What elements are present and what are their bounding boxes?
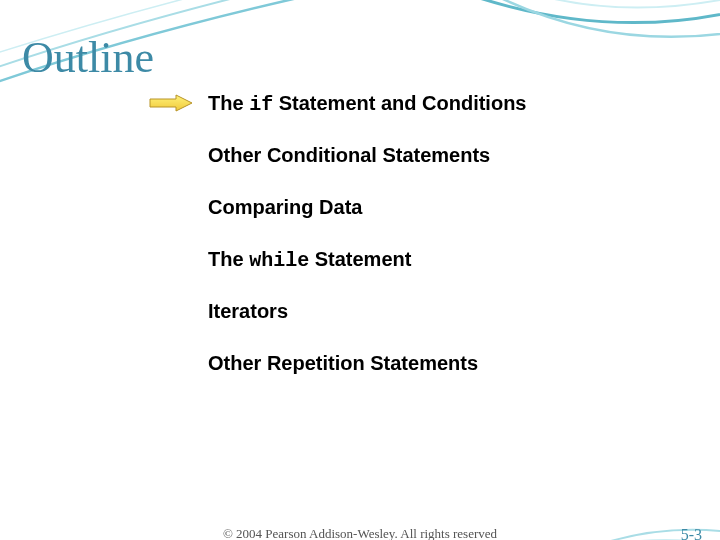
item-text-pre: Other Conditional Statements bbox=[208, 144, 490, 166]
outline-item: Other Repetition Statements bbox=[208, 350, 668, 378]
outline-item: Other Conditional Statements bbox=[208, 142, 668, 170]
item-text-post: Statement bbox=[309, 248, 411, 270]
outline-item: The if Statement and Conditions bbox=[208, 90, 668, 118]
outline-item: Comparing Data bbox=[208, 194, 668, 222]
item-code: if bbox=[249, 93, 273, 116]
item-text-pre: The bbox=[208, 92, 249, 114]
outline-list: The if Statement and Conditions Other Co… bbox=[208, 90, 668, 402]
item-text-pre: The bbox=[208, 248, 249, 270]
item-text-pre: Iterators bbox=[208, 300, 288, 322]
pointer-arrow-icon bbox=[148, 93, 194, 117]
item-text-pre: Other Repetition Statements bbox=[208, 352, 478, 374]
page-number: 5-3 bbox=[681, 526, 702, 540]
outline-item: Iterators bbox=[208, 298, 668, 326]
item-code: while bbox=[249, 249, 309, 272]
item-text-pre: Comparing Data bbox=[208, 196, 362, 218]
item-text-post: Statement and Conditions bbox=[273, 92, 526, 114]
slide-title: Outline bbox=[22, 32, 154, 83]
outline-item: The while Statement bbox=[208, 246, 668, 274]
copyright-text: © 2004 Pearson Addison-Wesley. All right… bbox=[0, 526, 720, 540]
slide: Outline The if Statement and Conditions … bbox=[0, 0, 720, 540]
